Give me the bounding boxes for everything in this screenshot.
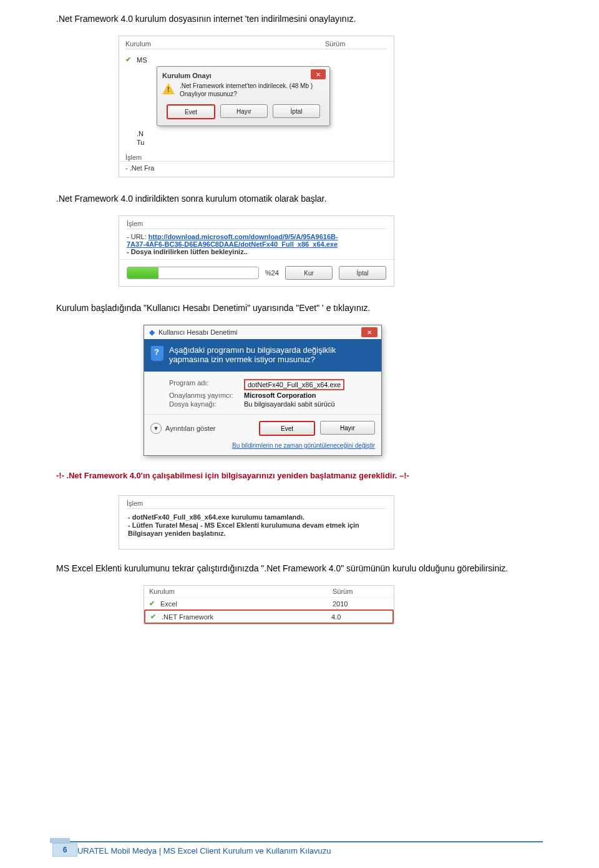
dialog-title: Kurulum Onayı (162, 72, 324, 79)
shield-small-icon: ◆ (149, 328, 155, 337)
row-text: .N (137, 130, 144, 137)
url-label: - URL: (127, 233, 149, 240)
iptal-button[interactable]: İptal (273, 104, 320, 118)
row-text: MS (137, 56, 147, 64)
para-2: .Net Framework 4.0 indirildikten sonra k… (56, 192, 543, 205)
screenshot-version-table: Kurulum Sürüm ✔ Excel 2010 ✔ .NET Framew… (144, 585, 394, 624)
progress-bar (127, 267, 259, 279)
table-row-highlighted: ✔ .NET Framework 4.0 (144, 609, 394, 624)
para-3: Kurulum başladığında "Kullanıcı Hesabı D… (56, 302, 543, 315)
islem-text: - .Net Fra (119, 164, 394, 177)
details-toggle[interactable]: ▼ Ayrıntıları göster (150, 423, 216, 434)
check-icon: ✔ (125, 56, 133, 64)
islem-label: İşlem (119, 216, 394, 229)
hayir-button[interactable]: Hayır (220, 104, 268, 118)
para-4: MS Excel Eklenti kurulumunu tekrar çalış… (56, 562, 543, 575)
table-row: Tu (125, 139, 387, 146)
table-row: ✔ Excel 2010 (144, 597, 394, 609)
footer-text: TURATEL Mobil Medya | MS Excel Client Ku… (56, 841, 543, 856)
evet-button[interactable]: Evet (167, 104, 215, 119)
uac-settings-link[interactable]: Bu bildirimlerin ne zaman görüntüleneceğ… (144, 442, 381, 455)
download-url-2: 7A37-4AF6-BC36-D6EA96C8DAAE/dotNetFx40_F… (127, 240, 386, 248)
dialog-text-1: .Net Framework internet'ten indirilecek.… (180, 82, 313, 90)
col-surum: Sürüm (333, 588, 389, 595)
complete-line-2: - Lütfen Turatel Mesaj - MS Excel Eklent… (128, 521, 385, 529)
check-icon: ✔ (150, 613, 158, 621)
page-number-box: 6 (52, 838, 77, 857)
screenshot-install-confirm: Kurulum Sürüm ✔ MS ✕ Kurulum Onayı .Net … (119, 36, 394, 177)
warning-restart: -!- .Net Framework 4.0'ın çalışabilmesi … (56, 471, 543, 480)
iptal-button[interactable]: İptal (339, 266, 386, 280)
row-text: Tu (137, 139, 144, 146)
dosya-value: Bu bilgisayardaki sabit sürücü (244, 400, 335, 408)
uac-question: Aşağıdaki programın bu bilgisayarda deği… (169, 345, 336, 364)
chevron-down-icon: ▼ (150, 423, 162, 434)
col-kurulum: Kurulum (125, 40, 325, 47)
prog-adi-value: dotNetFx40_Full_x86_x64.exe (244, 379, 344, 390)
page-number: 6 (52, 843, 77, 857)
table-row: ✔ MS (125, 56, 387, 64)
download-url-1: http://download.microsoft.com/download/9… (149, 233, 338, 240)
hayir-button[interactable]: Hayır (320, 421, 375, 435)
kur-button[interactable]: Kur (285, 266, 333, 280)
details-label: Ayrıntıları göster (165, 425, 216, 432)
row-version: 2010 (333, 600, 389, 608)
check-icon: ✔ (149, 599, 157, 608)
islem-label: İşlem (119, 152, 394, 162)
yayin-value: Microsoft Corporation (244, 392, 316, 399)
close-icon[interactable]: ✕ (361, 327, 377, 337)
screenshot-install-complete: İşlem - dotNetFx40_Full_x86_x64.exe kuru… (119, 495, 394, 550)
dialog-text-2: Onaylıyor musunuz? (180, 90, 313, 98)
col-kurulum: Kurulum (149, 588, 333, 595)
url-line: - URL: http://download.microsoft.com/dow… (127, 233, 386, 240)
complete-line-1: - dotNetFx40_Full_x86_x64.exe kurulumu t… (128, 513, 385, 521)
warning-icon (162, 83, 175, 94)
evet-button[interactable]: Evet (259, 421, 315, 436)
wait-text: - Dosya indirilirken lütfen bekleyiniz.. (127, 248, 386, 255)
screenshot-uac-dialog: ◆ Kullanıcı Hesabı Denetimi ✕ Aşağıdaki … (144, 325, 382, 456)
dosya-label: Dosya kaynağı: (169, 400, 238, 408)
row-version: 4.0 (331, 613, 387, 621)
para-1: .Net Framework 4.0 kurulum dosyasının in… (56, 12, 543, 26)
shield-icon (150, 345, 164, 362)
confirm-dialog: ✕ Kurulum Onayı .Net Framework internet'… (157, 66, 330, 126)
row-name: Excel (160, 600, 177, 608)
table-row: .N (125, 130, 387, 137)
yayin-label: Onaylanmış yayımcı: (169, 392, 238, 399)
row-name: .NET Framework (162, 613, 213, 621)
complete-line-3: Bilgisayarı yeniden başlatınız. (128, 530, 385, 537)
prog-adi-label: Program adı: (169, 379, 238, 390)
progress-percent: %24 (265, 269, 279, 277)
close-icon[interactable]: ✕ (311, 69, 326, 79)
screenshot-download-progress: İşlem - URL: http://download.microsoft.c… (119, 215, 394, 287)
col-surum: Sürüm (325, 40, 387, 47)
uac-title-text: Kullanıcı Hesabı Denetimi (158, 328, 238, 336)
islem-label: İşlem (119, 496, 394, 508)
